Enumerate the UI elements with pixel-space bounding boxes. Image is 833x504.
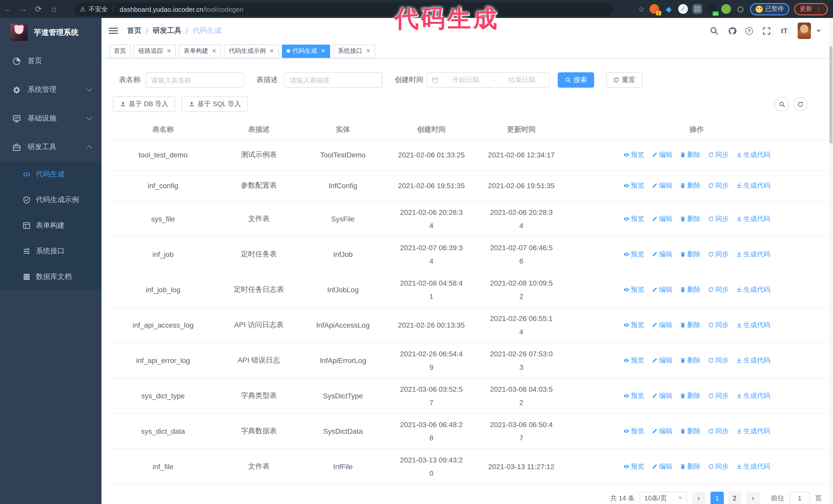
close-icon[interactable]: ✕ (320, 48, 325, 54)
next-page-button[interactable]: › (746, 491, 760, 504)
close-icon[interactable]: ✕ (167, 48, 171, 54)
browser-menu-icon[interactable]: ⋮ (815, 5, 822, 13)
table-desc-input[interactable] (284, 72, 382, 88)
update-button[interactable]: 更新 ⋮ (794, 3, 828, 15)
action-预览[interactable]: 预览 (623, 181, 644, 190)
sidebar-item-首页[interactable]: 首页 (0, 47, 101, 75)
action-删除[interactable]: 删除 (680, 462, 700, 471)
font-size-icon[interactable]: tT (780, 26, 789, 35)
sidebar-subitem-代码生成示例[interactable]: 代码生成示例 (0, 187, 101, 213)
page-button-2[interactable]: 2 (728, 491, 741, 504)
import-sql-button[interactable]: 基于 SQL 导入 (182, 96, 248, 112)
hamburger-icon[interactable] (109, 26, 118, 35)
sidebar-subitem-数据库文档[interactable]: 数据库文档 (0, 264, 101, 290)
action-同步[interactable]: 同步 (708, 285, 729, 294)
action-删除[interactable]: 删除 (680, 214, 700, 223)
action-预览[interactable]: 预览 (623, 356, 644, 365)
action-删除[interactable]: 删除 (680, 356, 700, 365)
github-icon[interactable] (728, 26, 737, 35)
action-预览[interactable]: 预览 (623, 285, 644, 294)
action-预览[interactable]: 预览 (623, 150, 644, 160)
toggle-search-button[interactable] (775, 97, 789, 111)
action-生成代码[interactable]: 生成代码 (736, 320, 770, 330)
date-range-picker[interactable]: 开始日期 - 结束日期 (427, 72, 549, 88)
table-name-input[interactable] (146, 72, 244, 88)
action-生成代码[interactable]: 生成代码 (736, 426, 770, 436)
action-删除[interactable]: 删除 (680, 391, 700, 400)
search-icon[interactable] (710, 26, 719, 35)
tab-代码生成[interactable]: 代码生成✕ (282, 44, 330, 58)
action-生成代码[interactable]: 生成代码 (736, 391, 770, 400)
import-db-button[interactable]: 基于 DB 导入 (113, 96, 175, 112)
action-编辑[interactable]: 编辑 (651, 249, 672, 259)
back-icon[interactable]: ← (0, 4, 15, 14)
action-生成代码[interactable]: 生成代码 (736, 249, 770, 259)
prev-page-button[interactable]: ‹ (692, 491, 705, 504)
bookmark-star-icon[interactable]: ☆ (638, 4, 645, 14)
extension-on-icon[interactable]: on (707, 4, 717, 14)
action-删除[interactable]: 删除 (680, 181, 700, 190)
action-编辑[interactable]: 编辑 (651, 181, 672, 190)
reload-icon[interactable]: ⟳ (31, 4, 46, 14)
breadcrumb-devtools[interactable]: 研发工具 (153, 26, 182, 35)
action-删除[interactable]: 删除 (680, 426, 700, 436)
action-同步[interactable]: 同步 (708, 181, 729, 190)
scrollbar-thumb[interactable] (829, 46, 832, 144)
action-删除[interactable]: 删除 (680, 150, 700, 160)
action-生成代码[interactable]: 生成代码 (736, 285, 770, 294)
action-编辑[interactable]: 编辑 (651, 391, 672, 400)
sidebar-item-基础设施[interactable]: 基础设施 (0, 104, 101, 133)
action-预览[interactable]: 预览 (623, 462, 644, 471)
sidebar-item-研发工具[interactable]: 研发工具 (0, 133, 101, 162)
home-icon[interactable]: ⌂ (46, 4, 62, 14)
tab-系统接口[interactable]: 系统接口✕ (333, 44, 375, 58)
sidebar-item-系统管理[interactable]: 系统管理 (0, 75, 101, 104)
extensions-puzzle-icon[interactable]: ⬡ (736, 4, 745, 14)
profile-paused-pill[interactable]: 已暂停 (750, 3, 789, 15)
action-同步[interactable]: 同步 (708, 391, 729, 400)
extension-orange-icon[interactable]: 1 (649, 4, 659, 14)
page-button-1[interactable]: 1 (711, 491, 724, 504)
action-生成代码[interactable]: 生成代码 (736, 356, 770, 365)
action-预览[interactable]: 预览 (623, 249, 644, 259)
tab-表单构建[interactable]: 表单构建✕ (179, 44, 221, 58)
action-编辑[interactable]: 编辑 (651, 426, 672, 436)
goto-page-input[interactable] (789, 491, 810, 504)
action-编辑[interactable]: 编辑 (651, 150, 672, 160)
app-logo-row[interactable]: 芋道管理系统 (0, 18, 101, 47)
page-scrollbar[interactable] (829, 18, 833, 504)
extension-green-icon[interactable] (721, 4, 731, 14)
action-编辑[interactable]: 编辑 (651, 320, 672, 330)
avatar[interactable] (798, 23, 811, 39)
action-同步[interactable]: 同步 (708, 426, 729, 436)
extension-check-icon[interactable]: ✓ (678, 4, 688, 14)
refresh-table-button[interactable] (793, 97, 807, 111)
action-删除[interactable]: 删除 (680, 249, 700, 259)
fullscreen-icon[interactable] (762, 26, 771, 35)
sidebar-subitem-表单构建[interactable]: 表单构建 (0, 213, 101, 238)
action-同步[interactable]: 同步 (708, 249, 729, 259)
close-icon[interactable]: ✕ (212, 48, 216, 54)
extension-gem-icon[interactable]: ◆ (664, 4, 673, 14)
tab-首页[interactable]: 首页 (109, 44, 131, 58)
action-预览[interactable]: 预览 (623, 214, 644, 223)
address-bar[interactable]: ⚠ 不安全 dashboard.yudao.iocoder.cn/tool/co… (74, 3, 614, 16)
action-生成代码[interactable]: 生成代码 (736, 462, 770, 471)
action-编辑[interactable]: 编辑 (651, 285, 672, 294)
forward-icon[interactable]: → (15, 4, 31, 14)
page-size-select[interactable]: 10条/页 (640, 491, 687, 504)
action-同步[interactable]: 同步 (708, 356, 729, 365)
action-删除[interactable]: 删除 (680, 320, 700, 330)
action-预览[interactable]: 预览 (623, 391, 644, 400)
action-生成代码[interactable]: 生成代码 (736, 214, 770, 223)
action-生成代码[interactable]: 生成代码 (736, 150, 770, 160)
action-同步[interactable]: 同步 (708, 214, 729, 223)
action-同步[interactable]: 同步 (708, 320, 729, 330)
action-预览[interactable]: 预览 (623, 320, 644, 330)
sidebar-subitem-代码生成[interactable]: 代码生成 (0, 162, 101, 187)
close-icon[interactable]: ✕ (269, 48, 274, 54)
help-icon[interactable]: ? (745, 27, 753, 34)
reset-button[interactable]: 重置 (606, 72, 642, 88)
extension-grid-icon[interactable] (693, 4, 702, 14)
tab-代码生成示例[interactable]: 代码生成示例✕ (224, 44, 279, 58)
